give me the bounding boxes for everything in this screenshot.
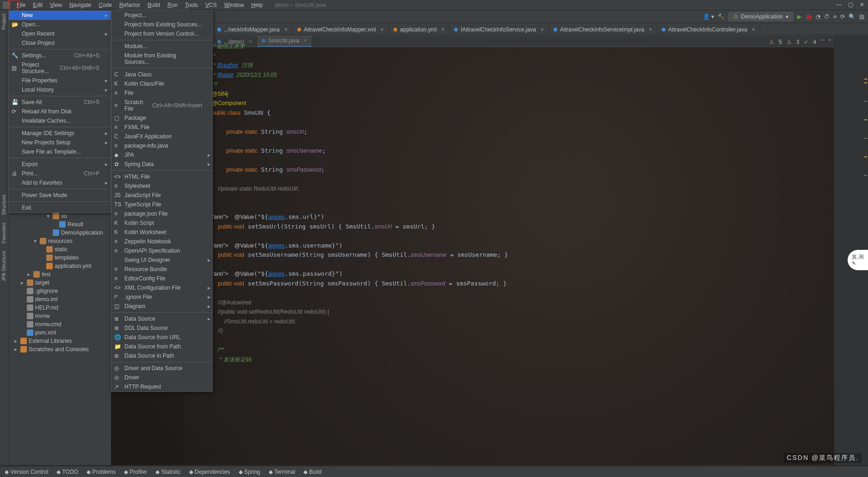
menu-item[interactable]: ≡package-info.java — [111, 141, 213, 150]
menu-item[interactable]: JSJavaScript File — [111, 191, 213, 200]
menu-item[interactable]: Invalidate Caches... — [9, 116, 111, 125]
structure-tool-tab[interactable]: Structure — [0, 191, 7, 219]
status-build[interactable]: ◆ Build — [303, 469, 321, 475]
menu-navigate[interactable]: Navigate — [66, 1, 95, 9]
tab[interactable]: AitravelCheckInfoController.java× — [657, 25, 760, 35]
chevron-down-icon[interactable]: ˅ — [828, 39, 831, 45]
tree-row[interactable]: ▸target — [9, 279, 111, 287]
menu-item[interactable]: 💾Save AllCtrl+S — [9, 98, 111, 107]
close-tab-icon[interactable]: × — [649, 26, 652, 33]
menu-item[interactable]: ≡FXML File — [111, 123, 213, 132]
tree-row[interactable]: templates — [9, 254, 111, 262]
coverage-icon[interactable]: ◔ — [816, 13, 820, 20]
status-terminal[interactable]: ◆ Terminal — [269, 469, 295, 475]
menu-build[interactable]: Build — [144, 1, 164, 9]
menu-file[interactable]: File — [13, 1, 29, 9]
more-icon[interactable]: ▤ — [859, 13, 864, 20]
menu-item[interactable]: ▢Package — [111, 113, 213, 123]
menu-item[interactable]: ◫Diagram▸ — [111, 302, 213, 311]
menu-item[interactable]: ◆JPA▸ — [111, 150, 213, 160]
user-icon[interactable]: 👤 ▾ — [703, 13, 714, 20]
build-icon[interactable]: 🔨 — [718, 13, 725, 20]
floating-action[interactable]: 莫,用✎ — [848, 250, 868, 270]
menu-item[interactable]: Project... — [111, 11, 213, 20]
tree-row[interactable]: demo.iml — [9, 295, 111, 304]
menu-item[interactable]: i*.ignore File▸ — [111, 292, 213, 302]
menu-item[interactable]: ≡Resource Bundle — [111, 265, 213, 274]
run-config-selector[interactable]: ✿DemoApplication ▾ — [728, 12, 794, 21]
menu-item[interactable]: Exit — [9, 203, 111, 212]
tab[interactable]: AitravelCheckInfoMapper.xml× — [293, 25, 389, 35]
tab[interactable]: AitravelCheckInfoServiceImpl.java× — [549, 25, 657, 35]
tree-row[interactable]: ▾vo — [9, 212, 111, 220]
menu-item[interactable]: Manage IDE Settings▸ — [9, 129, 111, 138]
menu-item[interactable]: Export▸ — [9, 160, 111, 169]
menu-item[interactable]: ◎Driver and Data Source — [111, 364, 213, 373]
menu-item[interactable]: Swing UI Designer▸ — [111, 255, 213, 265]
stop-icon[interactable]: ■ — [833, 13, 837, 20]
menu-item[interactable]: ≡package.json File — [111, 209, 213, 218]
chevron-up-icon[interactable]: ˄ — [821, 39, 824, 45]
menu-view[interactable]: View — [46, 1, 66, 9]
maximize-icon[interactable]: ▢ — [848, 1, 853, 8]
menu-vcs[interactable]: VCS — [202, 1, 221, 9]
menu-item[interactable]: ↗HTTP Request — [111, 382, 213, 391]
tree-row[interactable]: ▾resources — [9, 237, 111, 245]
menu-item[interactable]: Add to Favorites▸ — [9, 178, 111, 187]
menu-item[interactable]: ⟳Reload All from Disk — [9, 107, 111, 116]
menu-tools[interactable]: Tools — [181, 1, 202, 9]
close-tab-icon[interactable]: × — [441, 26, 444, 33]
menu-item[interactable]: KKotlin Worksheet — [111, 228, 213, 237]
menu-item[interactable]: ≣Data Source▸ — [111, 314, 213, 323]
menu-item[interactable]: KKotlin Script — [111, 218, 213, 228]
menu-item[interactable]: 🖨Print...Ctrl+P — [9, 169, 111, 178]
menu-item[interactable]: Module... — [111, 42, 213, 51]
status-statistic[interactable]: ◆ Statistic — [155, 469, 180, 475]
code-area[interactable]: * 短信工具类 * * @author 汪强 * @date 2020/12/1… — [212, 42, 833, 364]
minimize-icon[interactable]: — — [836, 1, 842, 8]
menu-item[interactable]: CJavaFX Application — [111, 132, 213, 141]
editor-pane[interactable]: 49 50 51 * 短信工具类 * * @author 汪强 * @date … — [185, 36, 833, 465]
menu-edit[interactable]: Edit — [29, 1, 46, 9]
menu-item[interactable]: ≡Zeppelin Notebook — [111, 237, 213, 246]
menu-item[interactable]: 📁Data Source from Path — [111, 342, 213, 351]
tree-row[interactable]: DemoApplication — [9, 229, 111, 237]
status-profiler[interactable]: ◆ Profiler — [124, 469, 147, 475]
menu-item[interactable]: ≡Stylesheet — [111, 181, 213, 191]
run-icon[interactable]: ▶ — [797, 13, 801, 20]
project-tool-tab[interactable]: Project — [0, 10, 7, 33]
menu-item[interactable]: ≡Scratch FileCtrl+Alt+Shift+Insert — [111, 98, 213, 113]
tree-row[interactable]: application.yml — [9, 262, 111, 270]
close-tab-icon[interactable]: × — [381, 26, 384, 33]
menu-item[interactable]: Power Save Mode — [9, 191, 111, 200]
tree-row[interactable]: Result — [9, 220, 111, 229]
status-version-control[interactable]: ◆ Version Control — [5, 469, 48, 475]
jpa-structure-tab[interactable]: JPA Structure — [0, 247, 7, 285]
tree-row[interactable]: mvnw.cmd — [9, 320, 111, 328]
menu-item[interactable]: Project from Existing Sources... — [111, 20, 213, 29]
menu-item[interactable]: Close Project — [9, 38, 111, 48]
menu-item[interactable]: Project from Version Control... — [111, 29, 213, 38]
menu-item[interactable]: ✿Spring Data▸ — [111, 160, 213, 169]
menu-window[interactable]: Window — [221, 1, 248, 9]
menu-item[interactable]: <>HTML File — [111, 172, 213, 181]
menu-item[interactable]: Open Recent▸ — [9, 29, 111, 38]
close-tab-icon[interactable]: × — [284, 26, 288, 33]
menu-code[interactable]: Code — [95, 1, 116, 9]
debug-icon[interactable]: 🐞 — [805, 13, 812, 20]
menu-item[interactable]: Module from Existing Sources... — [111, 51, 213, 67]
tree-row[interactable]: ▸Scratches and Consoles — [9, 345, 111, 353]
menu-item[interactable]: ◎Driver — [111, 373, 213, 382]
menu-item[interactable]: Local History▸ — [9, 85, 111, 94]
menu-item[interactable]: Save File as Template... — [9, 147, 111, 156]
status-dependencies[interactable]: ◆ Dependencies — [189, 469, 230, 475]
menu-item[interactable]: 📂Open... — [9, 20, 111, 29]
tab[interactable]: IAitravelCheckInfoService.java× — [449, 25, 549, 35]
menu-item[interactable]: 🔧Settings...Ctrl+Alt+S — [9, 51, 111, 60]
tree-row[interactable]: HELP.md — [9, 304, 111, 312]
tab[interactable]: ...heckInfoMapper.java× — [213, 25, 293, 35]
status-spring[interactable]: ◆ Spring — [239, 469, 260, 475]
menu-item[interactable]: ≣Data Source in Path — [111, 351, 213, 360]
tree-row[interactable]: ▸test — [9, 270, 111, 279]
menu-item[interactable]: CJava Class — [111, 70, 213, 79]
